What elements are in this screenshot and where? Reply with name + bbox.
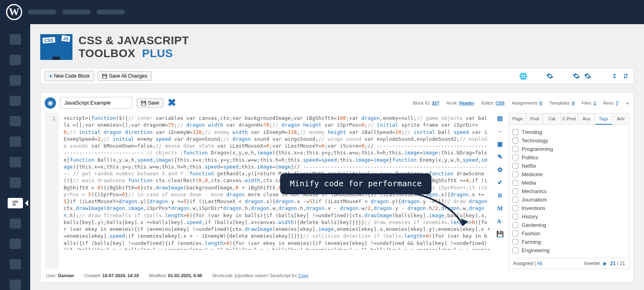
tag-label: Engineering [522, 247, 549, 253]
checkbox-icon[interactable] [512, 205, 518, 211]
save-all-button[interactable]: Save All Changes [97, 71, 152, 81]
copy-shortcode-link[interactable]: Copy [298, 273, 309, 278]
checkbox-icon[interactable] [512, 230, 518, 237]
line-gutter: 1 [45, 113, 59, 269]
tag-label: Inventions [522, 205, 545, 211]
tag-label: Politics [522, 154, 538, 160]
gear-icon[interactable] [546, 72, 554, 80]
tag-item[interactable]: Technology [512, 136, 626, 145]
hook-link[interactable]: Header [459, 101, 474, 105]
tool-icon[interactable]: ▤ [496, 115, 504, 122]
main-content: CSS JS CSS & JAVASCRIPT TOOLBOX PLUS New… [30, 24, 644, 290]
tag-item[interactable]: History [512, 212, 626, 221]
rail-menu-item[interactable] [10, 177, 21, 188]
gear-icon[interactable] [584, 72, 592, 80]
checkbox-icon[interactable] [512, 197, 518, 203]
rail-menu-item[interactable] [10, 280, 21, 290]
tag-item[interactable]: Farming [512, 238, 626, 246]
checkbox-icon[interactable] [512, 154, 518, 160]
block-id-link[interactable]: 327 [432, 101, 439, 105]
collapse-block-icon[interactable]: ▲ [625, 101, 630, 105]
checkbox-icon[interactable] [512, 138, 518, 144]
tab-cat[interactable]: Cat [543, 113, 561, 124]
expand-icon[interactable]: ⇕ [610, 72, 618, 80]
checkbox-icon[interactable] [512, 247, 518, 253]
new-code-block-button[interactable]: New Code Block [45, 71, 94, 81]
rail-menu-item[interactable] [10, 116, 21, 126]
code-editor[interactable]: <script>(function($){// inner variables … [63, 113, 491, 250]
tab-page[interactable]: Page [509, 113, 526, 124]
save-icon [102, 73, 107, 79]
save-icon[interactable]: 💾 [496, 230, 504, 238]
tag-item[interactable]: Mechanics [512, 187, 626, 195]
globe-icon[interactable]: 🌐 [519, 72, 527, 80]
rail-menu-item[interactable] [10, 157, 21, 167]
checkbox-icon[interactable] [512, 222, 518, 228]
tag-item[interactable]: Programming [512, 145, 626, 153]
inverter-toggle-icon[interactable]: ▶ [603, 261, 607, 266]
tag-item[interactable]: Engineering [512, 246, 626, 255]
minify-icon[interactable]: M [496, 205, 504, 212]
rail-menu-item[interactable] [10, 34, 21, 45]
assignments-link[interactable]: 0 [540, 101, 542, 105]
tab-c-post[interactable]: C.Post [561, 113, 578, 124]
admin-left-rail: CSSJS [0, 24, 30, 290]
editor-side-tools: ▤ → ▣ ✎ ✿ ✔ B M A+ 💾 [495, 113, 505, 269]
rail-menu-item[interactable] [10, 218, 21, 229]
edit-icon[interactable]: ✎ [496, 153, 504, 160]
delete-block-icon[interactable]: ✖ [167, 97, 176, 109]
checkbox-icon[interactable] [512, 239, 518, 245]
tool-icon[interactable]: → [496, 128, 504, 135]
block-meta: Block ID: 327 Hook: Header Editor: CSS A… [413, 101, 630, 105]
rail-menu-item[interactable] [10, 55, 21, 65]
wordpress-logo-icon[interactable]: W [6, 4, 22, 20]
tag-item[interactable]: Politics [512, 153, 626, 162]
files-link[interactable]: 1 [594, 101, 596, 105]
all-link[interactable]: All [537, 261, 542, 266]
gear-icon[interactable] [572, 72, 580, 80]
font-icon[interactable]: A+ [496, 218, 504, 225]
tab-post[interactable]: Post [526, 113, 544, 124]
tab-adv[interactable]: Adv [612, 113, 629, 124]
tag-label: Trending [522, 129, 542, 135]
editor-row: 1 <script>(function($){// inner variable… [45, 113, 630, 269]
checkbox-icon[interactable] [512, 188, 518, 194]
tag-item[interactable]: Trending [512, 128, 626, 136]
rail-menu-item[interactable] [10, 136, 21, 147]
bold-icon[interactable]: B [496, 192, 504, 199]
checkbox-icon[interactable] [512, 146, 518, 152]
rail-menu-item[interactable] [10, 259, 21, 269]
block-name-input[interactable] [60, 97, 132, 109]
rail-menu-item[interactable] [10, 239, 21, 249]
tag-item[interactable]: Fashion [512, 229, 626, 238]
tag-label: Mechanics [522, 188, 547, 194]
templates-link[interactable]: 0 [572, 101, 574, 105]
revs-link[interactable]: 7 [616, 101, 618, 105]
tag-item[interactable]: Inventions [512, 204, 626, 212]
tag-item[interactable]: Journalism [512, 195, 626, 204]
tag-item[interactable]: Gardening [512, 221, 626, 229]
save-block-button[interactable]: Save [136, 98, 163, 108]
checkbox-icon[interactable] [512, 171, 518, 177]
rail-menu-item[interactable] [10, 96, 21, 106]
gear-icon[interactable]: ✿ [496, 166, 504, 173]
checkbox-icon[interactable] [512, 129, 518, 135]
tool-icon[interactable]: ▣ [496, 140, 504, 148]
block-type-icon[interactable]: ◉ [45, 97, 56, 109]
checkbox-icon[interactable] [512, 163, 518, 169]
tag-item[interactable]: Medicine [512, 170, 626, 179]
checkbox-icon[interactable] [512, 214, 518, 220]
check-icon[interactable]: ✔ [496, 179, 504, 186]
collapse-icon[interactable]: ⇵ [621, 72, 630, 80]
editor-link[interactable]: CSS [495, 101, 505, 105]
tag-item[interactable]: Media [512, 179, 626, 187]
plus-icon [49, 73, 52, 79]
rail-menu-item-cjtoolbox[interactable]: CSSJS [8, 198, 23, 208]
rail-menu-item[interactable] [10, 75, 21, 86]
tag-label: Medicine [522, 171, 543, 177]
tab-tags[interactable]: Tags [595, 113, 613, 125]
tag-item[interactable]: Netflix [512, 162, 626, 170]
tag-label: Journalism [522, 197, 547, 203]
tab-aux[interactable]: Aux [578, 113, 595, 124]
checkbox-icon[interactable] [512, 180, 518, 186]
